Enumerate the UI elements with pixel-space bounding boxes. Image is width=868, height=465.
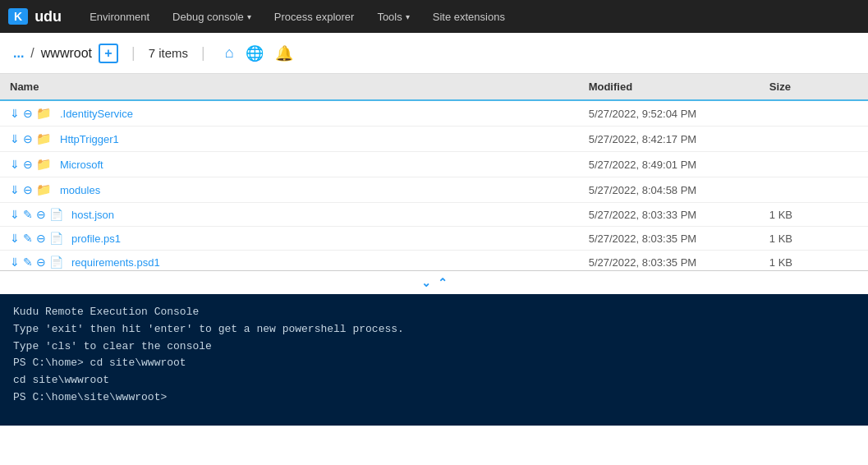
- file-name-cell: ⇓⊖📁.IdentityService: [0, 100, 579, 127]
- row-actions: ⇓⊖📁modules: [10, 182, 569, 197]
- file-icon: 📄: [49, 256, 63, 269]
- item-count: 7 items: [149, 46, 188, 60]
- nav-environment[interactable]: Environment: [78, 0, 161, 33]
- navbar: Kudu Environment Debug console ▾ Process…: [0, 0, 868, 33]
- download-icon[interactable]: ⇓: [10, 132, 20, 145]
- file-name-link[interactable]: host.json: [71, 209, 114, 221]
- console-line: Kudu Remote Execution Console: [13, 304, 855, 321]
- file-name-cell: ⇓✎⊖📄host.json: [0, 203, 579, 227]
- console-line: Type 'exit' then hit 'enter' to get a ne…: [13, 321, 855, 338]
- breadcrumb-dots[interactable]: ...: [13, 46, 24, 61]
- size-cell: 1 KB: [760, 227, 868, 251]
- delete-icon[interactable]: ⊖: [36, 208, 46, 221]
- file-name-link[interactable]: modules: [60, 184, 100, 196]
- download-icon[interactable]: ⇓: [10, 256, 20, 269]
- scroll-controls: ⌄ ⌃: [0, 271, 868, 294]
- brand-logo[interactable]: Kudu: [8, 8, 62, 25]
- folder-icon: 📁: [36, 182, 52, 197]
- brand-rest: udu: [34, 8, 62, 25]
- breadcrumb-icons: ⌂ 🌐 🔔: [225, 44, 293, 62]
- modified-cell: 5/27/2022, 9:52:04 PM: [579, 100, 760, 127]
- nav-process-explorer[interactable]: Process explorer: [263, 0, 366, 33]
- size-cell: [760, 127, 868, 152]
- scroll-up-button[interactable]: ⌃: [438, 276, 448, 289]
- table-row: ⇓⊖📁.IdentityService5/27/2022, 9:52:04 PM: [0, 100, 868, 127]
- console-line: Type 'cls' to clear the console: [13, 338, 855, 356]
- delete-icon[interactable]: ⊖: [23, 158, 33, 171]
- console-line: cd site\wwwroot: [13, 372, 855, 389]
- console-area[interactable]: Kudu Remote Execution ConsoleType 'exit'…: [0, 294, 868, 426]
- scroll-down-button[interactable]: ⌄: [421, 276, 431, 289]
- home-icon[interactable]: ⌂: [225, 44, 234, 62]
- bell-icon[interactable]: 🔔: [275, 44, 293, 62]
- file-table-wrapper: Name Modified Size ⇓⊖📁.IdentityService5/…: [0, 74, 868, 271]
- delete-icon[interactable]: ⊖: [36, 256, 46, 269]
- breadcrumb-bar: ... / wwwroot + | 7 items | ⌂ 🌐 🔔: [0, 33, 868, 74]
- file-name-cell: ⇓✎⊖📄requirements.psd1: [0, 251, 579, 272]
- size-cell: [760, 152, 868, 177]
- table-row: ⇓✎⊖📄host.json5/27/2022, 8:03:33 PM1 KB: [0, 203, 868, 227]
- breadcrumb-slash: /: [30, 46, 34, 61]
- delete-icon[interactable]: ⊖: [23, 183, 33, 196]
- modified-cell: 5/27/2022, 8:04:58 PM: [579, 177, 760, 203]
- brand-k: K: [8, 8, 28, 25]
- file-name-cell: ⇓✎⊖📄profile.ps1: [0, 227, 579, 251]
- download-icon[interactable]: ⇓: [10, 232, 20, 245]
- table-row: ⇓✎⊖📄requirements.psd15/27/2022, 8:03:35 …: [0, 251, 868, 272]
- col-header-size: Size: [760, 74, 868, 100]
- file-table-body: ⇓⊖📁.IdentityService5/27/2022, 9:52:04 PM…: [0, 100, 868, 271]
- file-name-cell: ⇓⊖📁HttpTrigger1: [0, 127, 579, 152]
- row-actions: ⇓⊖📁HttpTrigger1: [10, 131, 569, 146]
- nav-site-extensions[interactable]: Site extensions: [421, 0, 517, 33]
- delete-icon[interactable]: ⊖: [23, 107, 33, 120]
- file-name-cell: ⇓⊖📁modules: [0, 177, 579, 203]
- file-icon: 📄: [49, 232, 63, 245]
- size-cell: [760, 100, 868, 127]
- row-actions: ⇓⊖📁Microsoft: [10, 157, 569, 172]
- modified-cell: 5/27/2022, 8:03:33 PM: [579, 203, 760, 227]
- modified-cell: 5/27/2022, 8:49:01 PM: [579, 152, 760, 177]
- modified-cell: 5/27/2022, 8:42:17 PM: [579, 127, 760, 152]
- size-cell: [760, 177, 868, 203]
- console-line: PS C:\home> cd site\wwwroot: [13, 355, 855, 372]
- breadcrumb-divider: |: [131, 44, 135, 62]
- download-icon[interactable]: ⇓: [10, 183, 20, 196]
- row-actions: ⇓✎⊖📄host.json: [10, 208, 569, 221]
- download-icon[interactable]: ⇓: [10, 158, 20, 171]
- delete-icon[interactable]: ⊖: [23, 132, 33, 145]
- debug-console-caret: ▾: [247, 12, 251, 21]
- add-folder-button[interactable]: +: [99, 44, 118, 63]
- download-icon[interactable]: ⇓: [10, 107, 20, 120]
- file-name-cell: ⇓⊖📁Microsoft: [0, 152, 579, 177]
- download-icon[interactable]: ⇓: [10, 208, 20, 221]
- table-row: ⇓⊖📁Microsoft5/27/2022, 8:49:01 PM: [0, 152, 868, 177]
- edit-icon[interactable]: ✎: [23, 208, 33, 221]
- size-cell: 1 KB: [760, 203, 868, 227]
- col-header-name: Name: [0, 74, 579, 100]
- nav-debug-console[interactable]: Debug console ▾: [161, 0, 263, 33]
- breadcrumb-divider2: |: [201, 44, 205, 62]
- file-table: Name Modified Size ⇓⊖📁.IdentityService5/…: [0, 74, 868, 271]
- file-name-link[interactable]: Microsoft: [60, 159, 103, 171]
- tools-caret: ▾: [406, 12, 410, 21]
- breadcrumb-wwwroot: wwwroot: [41, 46, 92, 61]
- file-name-link[interactable]: HttpTrigger1: [60, 133, 119, 145]
- table-header-row: Name Modified Size: [0, 74, 868, 100]
- console-line: PS C:\home\site\wwwroot>: [13, 389, 855, 407]
- globe-icon[interactable]: 🌐: [246, 44, 264, 62]
- nav-tools[interactable]: Tools ▾: [365, 0, 420, 33]
- edit-icon[interactable]: ✎: [23, 232, 33, 245]
- row-actions: ⇓✎⊖📄requirements.psd1: [10, 256, 569, 269]
- table-row: ⇓✎⊖📄profile.ps15/27/2022, 8:03:35 PM1 KB: [0, 227, 868, 251]
- file-name-link[interactable]: requirements.psd1: [71, 256, 160, 269]
- file-name-link[interactable]: profile.ps1: [71, 232, 121, 245]
- size-cell: 1 KB: [760, 251, 868, 272]
- folder-icon: 📁: [36, 157, 52, 172]
- folder-icon: 📁: [36, 131, 52, 146]
- edit-icon[interactable]: ✎: [23, 256, 33, 269]
- delete-icon[interactable]: ⊖: [36, 232, 46, 245]
- folder-icon: 📁: [36, 106, 52, 121]
- row-actions: ⇓⊖📁.IdentityService: [10, 106, 569, 121]
- file-icon: 📄: [49, 208, 63, 221]
- file-name-link[interactable]: .IdentityService: [60, 108, 133, 120]
